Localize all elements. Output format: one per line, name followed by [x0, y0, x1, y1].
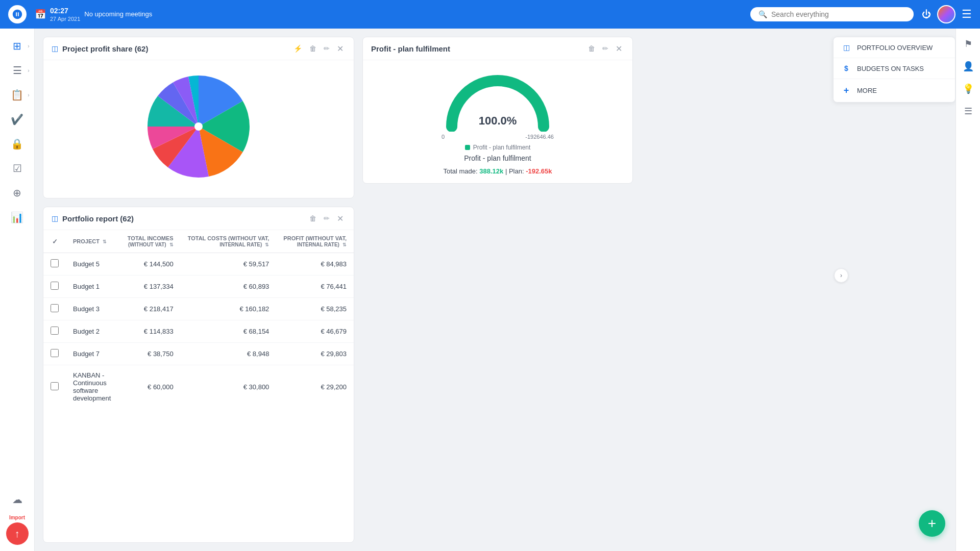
cloud-icon: ☁: [12, 493, 22, 506]
gauge-left-label: 0: [442, 134, 445, 140]
power-button[interactable]: ⏻: [922, 9, 931, 20]
right-sidebar-flag[interactable]: ⚑: [959, 35, 977, 53]
check-header-icon: ✓: [52, 238, 58, 245]
row-checkbox[interactable]: [51, 282, 59, 290]
row-checkbox[interactable]: [51, 327, 59, 335]
row-income-cell: € 38,750: [120, 343, 181, 365]
menu-item-more[interactable]: + MORE: [834, 79, 955, 102]
right-sidebar-tasklist[interactable]: ☰: [959, 102, 977, 120]
row-profit-cell: € 29,803: [276, 343, 354, 365]
menu-item-portfolio-label: PORTFOLIO OVERVIEW: [857, 44, 933, 52]
check-square-icon: ☑: [13, 162, 22, 174]
row-project-cell: Budget 2: [66, 320, 120, 343]
profit-fulfilment-edit-btn[interactable]: ✏: [600, 43, 610, 54]
add-circle-icon: ⊕: [13, 187, 21, 199]
menu-item-budgets-label: BUDGETS ON TASKS: [857, 65, 924, 72]
portfolio-report-title: Portfolio report (62): [62, 214, 303, 223]
right-sidebar-person-search[interactable]: 👤: [959, 57, 977, 76]
col-costs[interactable]: TOTAL COSTS (WITHOUT VAT,INTERNAL RATE) …: [181, 230, 277, 253]
bar-chart-icon: 📊: [11, 211, 23, 223]
portfolio-report-panel-icon: ◫: [52, 214, 58, 222]
search-box[interactable]: 🔍: [750, 7, 914, 21]
sidebar-item-clipboard[interactable]: 📋 ›: [6, 84, 29, 106]
portfolio-report-close-btn[interactable]: ✕: [335, 214, 346, 223]
sidebar-item-checklist[interactable]: ✔️: [6, 108, 29, 131]
gauge-legend-dot: [465, 145, 470, 150]
profit-share-lightning-btn[interactable]: ⚡: [291, 43, 304, 54]
col-project[interactable]: PROJECT ⇅: [66, 230, 120, 253]
budgets-icon: $: [842, 64, 851, 72]
app-logo[interactable]: i: [8, 5, 27, 23]
col-profit[interactable]: PROFIT (WITHOUT VAT,INTERNAL RATE) ⇅: [276, 230, 354, 253]
gauge-wrapper: 100.0%: [442, 70, 554, 132]
portfolio-table: ✓ PROJECT ⇅ TOTAL INCOMES(WITHOUT VAT) ⇅…: [43, 230, 354, 404]
import-button[interactable]: ↑: [6, 522, 29, 545]
right-sidebar-lightbulb[interactable]: 💡: [959, 80, 977, 98]
gauge-container: 100.0% 0 -192646.46 Profit - plan fulfil…: [363, 60, 632, 183]
col-income[interactable]: TOTAL INCOMES(WITHOUT VAT) ⇅: [120, 230, 181, 253]
row-income-cell: € 60,000: [120, 365, 181, 404]
row-costs-cell: € 160,182: [181, 298, 277, 320]
gauge-center-value: 100.0%: [479, 114, 517, 128]
row-check-cell: [43, 276, 66, 298]
sidebar-item-cloud[interactable]: ☁: [6, 488, 29, 511]
row-checkbox[interactable]: [51, 349, 59, 357]
search-input[interactable]: [771, 10, 905, 18]
profit-share-edit-btn[interactable]: ✏: [322, 43, 332, 54]
row-checkbox[interactable]: [51, 304, 59, 312]
sidebar-item-chart[interactable]: 📊: [6, 206, 29, 229]
portfolio-table-scroll[interactable]: ✓ PROJECT ⇅ TOTAL INCOMES(WITHOUT VAT) ⇅…: [43, 230, 354, 404]
profit-fulfilment-title: Profit - plan fulfilment: [371, 44, 582, 53]
expand-arrow: ›: [28, 43, 29, 49]
time-display: 02:27 27 Apr 2021: [50, 6, 80, 22]
table-row: Budget 1 € 137,334 € 60,893 € 76,441: [43, 276, 354, 298]
gauge-right-label: -192646.46: [525, 134, 554, 140]
more-icon: +: [842, 85, 851, 96]
topbar-actions: ⏻ ☰: [922, 5, 972, 23]
fab-button[interactable]: +: [919, 510, 945, 537]
right-panel-expand-button[interactable]: ›: [834, 268, 848, 283]
row-checkbox[interactable]: [51, 259, 59, 267]
row-costs-cell: € 60,893: [181, 276, 277, 298]
menu-item-more-label: MORE: [857, 87, 877, 94]
profit-share-delete-btn[interactable]: 🗑: [307, 43, 318, 54]
row-profit-cell: € 46,679: [276, 320, 354, 343]
sidebar-item-grid[interactable]: ⊞ ›: [6, 35, 29, 57]
search-icon: 🔍: [758, 10, 767, 18]
gauge-legend: Profit - plan fulfilment: [465, 144, 531, 151]
portfolio-report-edit-btn[interactable]: ✏: [322, 213, 332, 223]
tasklist-icon: ☰: [964, 106, 972, 117]
total-made-label: Total made:: [443, 167, 477, 175]
gauge-totals: Total made: 388.12k | Plan: -192.65k: [443, 167, 552, 175]
right-sidebar: ⚑ 👤 💡 ☰: [955, 29, 980, 551]
portfolio-report-delete-btn[interactable]: 🗑: [307, 213, 318, 223]
row-costs-cell: € 59,517: [181, 253, 277, 276]
menu-item-budgets-on-tasks[interactable]: $ BUDGETS ON TASKS: [834, 58, 955, 79]
row-checkbox[interactable]: [51, 382, 59, 390]
sidebar-item-list[interactable]: ☰ ›: [6, 59, 29, 82]
profit-share-close-btn[interactable]: ✕: [335, 44, 346, 54]
sidebar-item-add-circle[interactable]: ⊕: [6, 182, 29, 204]
sidebar-item-lock[interactable]: 🔒: [6, 133, 29, 155]
portfolio-report-header: ◫ Portfolio report (62) 🗑 ✏ ✕: [43, 207, 354, 230]
row-project-cell: Budget 5: [66, 253, 120, 276]
user-avatar[interactable]: [937, 5, 955, 23]
lock-icon: 🔒: [11, 138, 23, 150]
row-profit-cell: € 58,235: [276, 298, 354, 320]
gauge-subtitle: Profit - plan fulfilment: [464, 154, 531, 162]
profit-fulfilment-close-btn[interactable]: ✕: [614, 44, 624, 54]
left-sidebar: ⊞ › ☰ › 📋 › ✔️ 🔒 ☑ ⊕ 📊 ☁ Import ↑: [0, 29, 35, 551]
svg-point-3: [194, 122, 203, 131]
profit-fulfilment-delete-btn[interactable]: 🗑: [586, 43, 597, 54]
profit-share-panel: ◫ Project profit share (62) ⚡ 🗑 ✏ ✕: [43, 37, 354, 198]
person-search-icon: 👤: [963, 61, 974, 72]
total-made-value: 388.12k: [479, 167, 503, 175]
sidebar-item-check-square[interactable]: ☑: [6, 157, 29, 180]
portfolio-overview-icon: ◫: [842, 43, 851, 52]
row-check-cell: [43, 298, 66, 320]
expand-arrow-2: ›: [28, 68, 29, 73]
menu-item-portfolio-overview[interactable]: ◫ PORTFOLIO OVERVIEW: [834, 37, 955, 58]
row-costs-cell: € 30,800: [181, 365, 277, 404]
hamburger-menu-button[interactable]: ☰: [962, 8, 972, 21]
col-check: ✓: [43, 230, 66, 253]
